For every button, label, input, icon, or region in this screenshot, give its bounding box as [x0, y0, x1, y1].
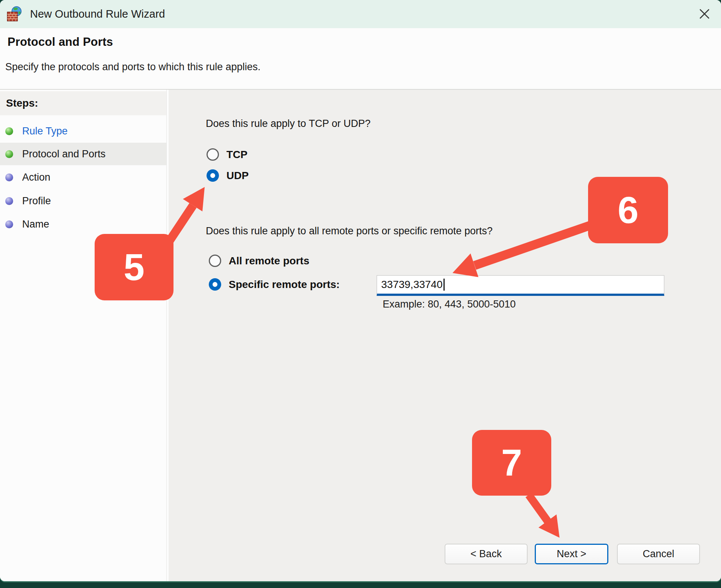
step-label: Name — [22, 219, 49, 230]
step-label: Profile — [22, 195, 51, 207]
text-caret — [443, 279, 445, 291]
radio-option-all-remote-ports[interactable]: All remote ports — [209, 255, 309, 267]
callout-step-7: 7 — [472, 430, 551, 496]
radio-option-tcp[interactable]: TCP — [207, 148, 247, 161]
step-pending-bullet-icon — [5, 173, 13, 181]
back-button[interactable]: < Back — [445, 544, 528, 564]
page-title: Protocol and Ports — [8, 35, 113, 49]
callout-step-6: 6 — [588, 177, 668, 243]
callout-number: 6 — [618, 188, 639, 232]
radio-selected-icon[interactable] — [207, 169, 219, 182]
radio-label-all-remote-ports: All remote ports — [229, 255, 309, 267]
ports-input-value: 33739,33740 — [381, 279, 443, 291]
sidebar-item-name[interactable]: Name — [0, 216, 166, 233]
close-icon[interactable] — [697, 7, 712, 22]
sidebar-item-profile[interactable]: Profile — [0, 192, 166, 210]
sidebar-item-rule-type[interactable]: Rule Type — [0, 122, 166, 140]
step-label: Action — [22, 172, 50, 183]
step-completed-bullet-icon — [5, 150, 13, 158]
sidebar-item-action[interactable]: Action — [0, 169, 166, 186]
callout-number: 7 — [501, 441, 522, 484]
firewall-app-icon — [7, 6, 23, 23]
radio-option-udp[interactable]: UDP — [207, 169, 249, 182]
screenshot-root: New Outbound Rule Wizard Protocol and Po… — [0, 0, 721, 588]
step-pending-bullet-icon — [5, 220, 13, 228]
content-pane — [169, 90, 721, 581]
radio-option-specific-remote-ports[interactable]: Specific remote ports: — [209, 278, 340, 291]
step-label: Rule Type — [22, 125, 68, 137]
step-completed-bullet-icon — [5, 127, 13, 135]
step-pending-bullet-icon — [5, 197, 13, 205]
step-label: Protocol and Ports — [22, 148, 106, 160]
window-title: New Outbound Rule Wizard — [30, 0, 165, 28]
protocol-question: Does this rule apply to TCP or UDP? — [206, 118, 371, 130]
steps-heading: Steps: — [0, 91, 166, 115]
specific-ports-input[interactable]: 33739,33740 — [377, 275, 664, 296]
ports-example-text: Example: 80, 443, 5000-5010 — [383, 299, 516, 310]
callout-number: 5 — [124, 246, 145, 289]
next-button[interactable]: Next > — [535, 544, 608, 564]
ports-question: Does this rule apply to all remote ports… — [206, 225, 493, 237]
sidebar-item-protocol-and-ports[interactable]: Protocol and Ports — [0, 143, 166, 165]
radio-selected-icon[interactable] — [209, 278, 221, 291]
radio-unselected-icon[interactable] — [209, 255, 221, 267]
radio-label-udp: UDP — [226, 170, 249, 182]
cancel-button[interactable]: Cancel — [617, 544, 700, 564]
page-subtitle: Specify the protocols and ports to which… — [5, 61, 261, 73]
callout-step-5: 5 — [95, 234, 173, 300]
radio-label-specific-remote-ports: Specific remote ports: — [229, 279, 340, 291]
radio-unselected-icon[interactable] — [207, 148, 219, 161]
radio-label-tcp: TCP — [226, 149, 247, 161]
titlebar: New Outbound Rule Wizard — [0, 0, 721, 28]
